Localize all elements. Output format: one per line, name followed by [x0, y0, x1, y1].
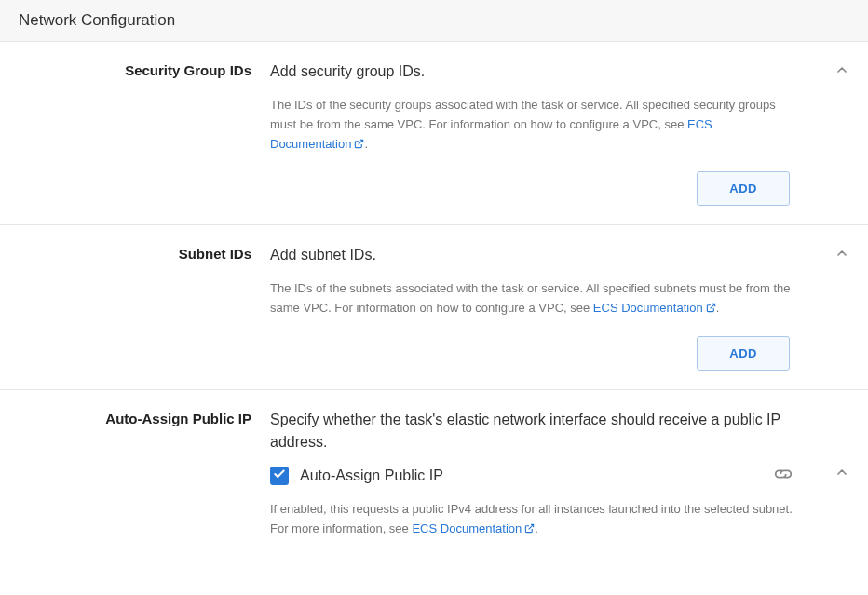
public-ip-desc-suffix: . — [535, 521, 538, 535]
external-link-icon — [706, 300, 716, 319]
public-ip-title: Specify whether the task's elastic netwo… — [270, 409, 793, 453]
external-link-icon — [354, 136, 364, 156]
public-ip-desc: If enabled, this requests a public IPv4 … — [270, 500, 793, 540]
public-ip-label-col: Auto-Assign Public IP — [19, 409, 270, 540]
section-header: Network Configuration — [0, 0, 868, 42]
public-ip-content: Specify whether the task's elastic netwo… — [270, 409, 849, 540]
svg-line-0 — [359, 140, 363, 144]
public-ip-checkbox-row: Auto-Assign Public IP — [270, 467, 793, 485]
chevron-up-icon — [834, 248, 849, 264]
link-chain-icon — [773, 468, 793, 484]
svg-line-2 — [529, 524, 534, 529]
security-group-collapse-toggle[interactable] — [834, 62, 849, 81]
security-group-content: Add security group IDs. The IDs of the s… — [270, 61, 849, 206]
security-group-btn-row: ADD — [270, 171, 793, 206]
subnet-row: Subnet IDs Add subnet IDs. The IDs of th… — [0, 225, 868, 390]
security-group-title: Add security group IDs. — [270, 61, 793, 83]
public-ip-link-icon[interactable] — [773, 467, 793, 485]
subnet-label-col: Subnet IDs — [19, 244, 270, 371]
security-group-label: Security Group IDs — [125, 62, 251, 78]
public-ip-collapse-toggle[interactable] — [834, 465, 849, 483]
security-group-desc: The IDs of the security groups associate… — [270, 96, 793, 155]
public-ip-checkbox[interactable] — [270, 467, 289, 485]
subnet-btn-row: ADD — [270, 336, 793, 371]
public-ip-doc-link[interactable]: ECS Documentation — [412, 521, 535, 535]
subnet-desc-suffix: . — [716, 301, 720, 315]
subnet-collapse-toggle[interactable] — [834, 246, 849, 264]
subnet-title: Add subnet IDs. — [270, 244, 793, 266]
section-title: Network Configuration — [19, 11, 175, 29]
security-group-add-button[interactable]: ADD — [697, 171, 790, 206]
subnet-label: Subnet IDs — [179, 246, 251, 262]
subnet-content: Add subnet IDs. The IDs of the subnets a… — [270, 244, 849, 371]
external-link-icon — [524, 521, 535, 540]
security-group-label-col: Security Group IDs — [19, 61, 270, 206]
svg-line-1 — [710, 304, 714, 309]
public-ip-checkbox-label: Auto-Assign Public IP — [300, 467, 443, 484]
subnet-add-button[interactable]: ADD — [697, 336, 790, 371]
check-icon — [273, 467, 286, 484]
public-ip-row: Auto-Assign Public IP Specify whether th… — [0, 390, 868, 559]
chevron-up-icon — [834, 467, 849, 482]
security-group-desc-suffix: . — [364, 137, 368, 151]
subnet-desc: The IDs of the subnets associated with t… — [270, 279, 793, 319]
security-group-row: Security Group IDs Add security group ID… — [0, 42, 868, 225]
chevron-up-icon — [834, 64, 849, 80]
subnet-doc-link[interactable]: ECS Documentation — [593, 301, 716, 315]
public-ip-label: Auto-Assign Public IP — [105, 411, 251, 426]
